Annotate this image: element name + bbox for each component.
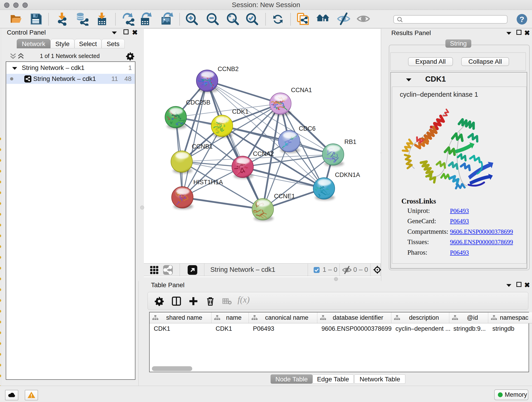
svg-text:CCNB1: CCNB1 [192, 143, 213, 150]
svg-text:CDKN1A: CDKN1A [335, 172, 360, 178]
svg-text:CDC6: CDC6 [299, 125, 316, 132]
svg-text:CCNE1: CCNE1 [274, 193, 295, 200]
svg-text:CCNA2: CCNA2 [253, 150, 274, 157]
svg-text:CCNA1: CCNA1 [291, 87, 312, 94]
svg-text:CCNB2: CCNB2 [218, 65, 239, 72]
svg-text:HIST1H1A: HIST1H1A [193, 179, 223, 186]
svg-text:RB1: RB1 [344, 138, 356, 145]
svg-text:CDC25B: CDC25B [186, 99, 210, 106]
svg-text:CDK1: CDK1 [232, 108, 249, 115]
